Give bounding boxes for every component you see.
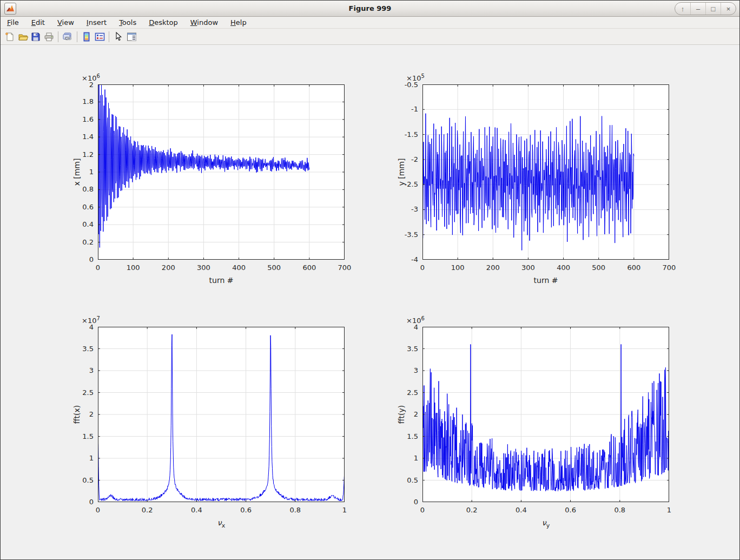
figure-canvas: ×106 x [mm] turn # 010020030040050060070… (1, 45, 739, 560)
print-icon[interactable] (42, 30, 55, 43)
x-tick-label: 0 (406, 263, 439, 272)
open-folder-icon[interactable] (16, 30, 29, 43)
link-plot-icon[interactable] (61, 30, 74, 43)
y-tick-label: 1 (65, 454, 94, 462)
x-tick-label: 500 (258, 263, 290, 272)
window-controls: ↑ – □ × (675, 2, 736, 15)
plot-canvas (98, 327, 345, 502)
y-tick-label: 3.5 (65, 345, 94, 353)
plot-canvas (422, 84, 669, 260)
y-tick-label: 1.5 (390, 432, 418, 440)
y-tick-label: 1.8 (65, 97, 94, 106)
x-tick-label: 0.4 (180, 506, 213, 514)
plot-canvas (98, 84, 345, 260)
y-tick-label: 2 (390, 410, 418, 418)
x-axis-label: turn # (422, 276, 669, 287)
y-tick-label: 0.2 (65, 238, 94, 246)
minimize-icon[interactable]: – (690, 3, 705, 15)
x-axis-label: turn # (98, 276, 345, 287)
menu-window[interactable]: Window (190, 17, 223, 28)
x-tick-label: 0 (406, 506, 439, 514)
new-figure-icon[interactable] (3, 30, 16, 43)
subplot-x-vs-turn: ×106 x [mm] turn # 010020030040050060070… (65, 71, 353, 291)
plot-browser-icon[interactable] (125, 30, 138, 43)
y-tick-label: 4 (65, 323, 94, 331)
y-tick-label: 1.4 (65, 133, 94, 141)
toolbar-separator (58, 31, 58, 42)
y-tick-label: 1.6 (65, 115, 94, 123)
x-tick-label: 600 (293, 263, 326, 272)
menu-help[interactable]: Help (230, 17, 252, 28)
y-tick-label: -1.5 (390, 130, 418, 139)
x-axis-label: νy (422, 518, 669, 529)
x-tick-label: 200 (477, 263, 509, 272)
y-tick-label: -0.5 (390, 81, 418, 89)
plot-canvas (422, 327, 669, 502)
y-tick-label: 1.5 (65, 432, 94, 440)
y-tick-label: -3.5 (390, 230, 418, 239)
x-tick-label: 1 (328, 506, 361, 514)
y-tick-label: 0 (65, 255, 94, 263)
titlebar[interactable]: Figure 999 ↑ – □ × (1, 1, 739, 17)
subplot-fft-x: ×107 fft(x) νx 00.20.40.60.8100.511.522.… (65, 313, 353, 533)
save-icon[interactable] (29, 30, 42, 43)
insert-legend-icon[interactable] (93, 30, 106, 43)
toolbar (1, 29, 739, 45)
x-tick-label: 600 (618, 263, 650, 272)
y-tick-label: 0.4 (65, 220, 94, 228)
menu-file[interactable]: File (7, 17, 24, 28)
y-tick-label: -2.5 (390, 180, 418, 188)
x-tick-label: 300 (187, 263, 220, 272)
y-tick-label: -1 (390, 105, 418, 113)
shade-icon[interactable]: ↑ (675, 3, 690, 15)
menubar: File Edit View Insert Tools Desktop Wind… (1, 17, 739, 29)
y-tick-label: 0 (65, 498, 94, 506)
x-tick-label: 0.4 (505, 506, 537, 514)
menu-desktop[interactable]: Desktop (149, 17, 183, 28)
toolbar-separator (77, 31, 77, 42)
x-axis-label: νx (98, 518, 345, 529)
subplot-y-vs-turn: ×105 y [mm] turn # 010020030040050060070… (390, 71, 678, 291)
y-tick-label: 1 (390, 454, 418, 462)
x-tick-label: 0.8 (279, 506, 312, 514)
window-title: Figure 999 (1, 4, 739, 12)
y-tick-label: 0.5 (65, 476, 94, 484)
close-icon[interactable]: × (721, 3, 736, 15)
insert-colorbar-icon[interactable] (80, 30, 93, 43)
x-tick-label: 0 (82, 506, 114, 514)
y-tick-label: 3.5 (390, 345, 418, 353)
x-tick-label: 400 (223, 263, 255, 272)
y-tick-label: 0 (390, 498, 418, 506)
edit-plot-icon[interactable] (112, 30, 125, 43)
x-tick-label: 0.2 (455, 506, 488, 514)
y-tick-label: 2.5 (390, 388, 418, 397)
toolbar-separator (109, 31, 109, 42)
x-tick-label: 0 (82, 263, 114, 272)
y-tick-label: -4 (390, 255, 418, 263)
x-tick-label: 700 (653, 263, 685, 272)
y-tick-label: 2 (65, 410, 94, 418)
y-tick-label: 1.2 (65, 150, 94, 159)
y-tick-label: 0.6 (65, 203, 94, 211)
y-tick-label: 2 (65, 81, 94, 89)
y-tick-label: 3 (390, 366, 418, 374)
x-tick-label: 400 (547, 263, 580, 272)
y-tick-label: 1 (65, 168, 94, 176)
menu-tools[interactable]: Tools (119, 17, 142, 28)
x-tick-label: 500 (583, 263, 615, 272)
window-menu-button[interactable] (4, 3, 16, 15)
menu-edit[interactable]: Edit (31, 17, 50, 28)
x-tick-label: 1 (653, 506, 685, 514)
menu-insert[interactable]: Insert (87, 17, 112, 28)
menu-view[interactable]: View (57, 17, 80, 28)
x-tick-label: 0.8 (604, 506, 636, 514)
subplot-fft-y: ×106 fft(y) νy 00.20.40.60.8100.511.522.… (390, 313, 678, 533)
y-tick-label: 0.5 (390, 476, 418, 484)
x-tick-label: 0.6 (230, 506, 262, 514)
maximize-icon[interactable]: □ (705, 3, 721, 15)
y-tick-label: 4 (390, 323, 418, 331)
y-tick-label: 0.8 (65, 185, 94, 193)
y-tick-label: 2.5 (65, 388, 94, 397)
matlab-logo-icon (6, 4, 15, 13)
y-tick-label: -2 (390, 155, 418, 163)
